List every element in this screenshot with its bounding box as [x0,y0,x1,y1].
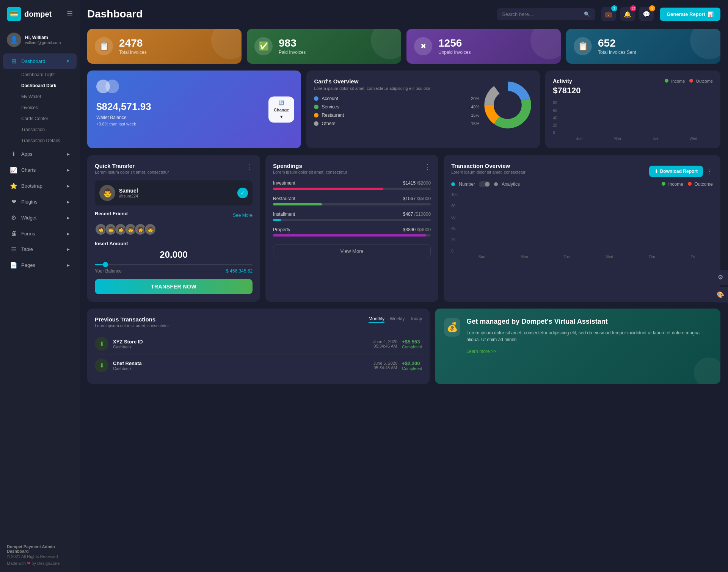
footer-made: Made with ❤ by DesignZone [7,561,73,566]
generate-report-button[interactable]: Generate Report 📊 [660,8,720,21]
slider-thumb[interactable] [103,262,108,267]
balance-row: Your Balance $ 456,345.62 [95,268,253,274]
widget-icon: ⚙ [10,214,17,221]
more-icon[interactable]: ⋮ [424,163,431,171]
slider-track[interactable] [95,264,253,265]
transfer-user-avatar: 👨 [99,185,115,201]
tab-monthly[interactable]: Monthly [369,316,384,323]
header-icons: 💼 2 🔔 12 💬 5 [601,7,654,21]
transaction-icon-2: ⬇ [95,359,108,372]
big-y-axis: 100 80 60 40 20 0 [451,193,458,253]
spendings-desc: Lorem ipsum dolor sit amet, consectetur [273,170,347,174]
submenu-invoices[interactable]: Invoices [14,102,77,113]
view-more-button[interactable]: View More [273,244,431,258]
investment-label: Investment [273,180,295,186]
generate-btn-label: Generate Report [667,11,705,17]
download-report-button[interactable]: ⬇ Download Report [649,166,703,177]
tab-weekly[interactable]: Weekly [390,316,405,323]
more-icon[interactable]: ⋮ [706,167,713,176]
investment-amounts: $1415 /$2000 [403,180,431,186]
trans-date-2: June 5, 2020 05:34:45 AM [373,361,397,370]
dashboard-submenu: Dashboard Light Dashboard Dark My Wallet… [0,69,80,146]
chevron-right-icon: ▶ [67,232,70,236]
search-icon[interactable]: 🔍 [584,11,590,17]
total-invoices-label: Total Invoices [119,50,147,55]
restaurant-progress [273,203,431,205]
plugins-icon: ❤ [10,198,17,205]
submenu-dashboard-dark[interactable]: Dashboard Dark [14,80,77,91]
chevron-right-icon: ▶ [67,184,70,188]
change-button[interactable]: 🔄 Change ▼ [268,96,294,122]
settings-floating-button[interactable]: ⚙ [713,270,728,285]
dashboard-icon: ⊞ [10,58,17,65]
chevron-down-icon: ▼ [279,114,284,119]
va-learn-more-link[interactable]: Learn more >> [466,349,496,354]
user-email: william@gmail.com [25,40,61,45]
charts-icon: 📈 [10,166,17,174]
message-button[interactable]: 💬 5 [639,7,654,21]
footer-brand: Dompet Payment Admin Dashboard [7,544,73,553]
tab-today[interactable]: Today [410,316,422,323]
outcome-dot [689,79,693,83]
number-dot [451,182,455,186]
notification-badge: 12 [630,5,636,11]
sidebar-item-pages[interactable]: 📄 Pages ▶ [3,257,77,273]
sidebar-item-bootstrap[interactable]: ⭐ Bootstrap ▶ [3,178,77,194]
sidebar-item-charts[interactable]: 📈 Charts ▶ [3,162,77,178]
analytics-dot [494,182,498,186]
va-icon: 💰 [444,318,460,337]
chevron-right-icon: ▶ [67,263,70,267]
overview-item-restaurant: Restaurant 15% [314,113,479,118]
big-bar-labels: Sun Mon Tue Wed Thu Fri [461,255,713,259]
submenu-dashboard-light[interactable]: Dashboard Light [14,69,77,80]
notification-button[interactable]: 🔔 12 [620,7,635,21]
user-info: Hi, William william@gmail.com [25,35,61,45]
income-dot [662,182,665,186]
trans-status-1: Completed [402,345,422,349]
activity-bar-chart [560,101,713,135]
income-legend: Income [665,79,685,83]
recent-friend-row: Recent Friend See More [95,211,253,219]
sidebar-item-apps[interactable]: ℹ Apps ▶ [3,146,77,162]
toggle-switch[interactable] [479,181,490,187]
briefcase-badge: 2 [611,5,617,11]
see-more-link[interactable]: See More [233,213,253,218]
submenu-my-wallet[interactable]: My Wallet [14,91,77,102]
sidebar-item-forms[interactable]: 🖨 Forms ▶ [3,226,77,241]
chevron-right-icon: ▶ [67,200,70,204]
card-overview-desc: Lorem ipsum dolor sit amet, consectetur … [314,86,479,91]
apps-icon: ℹ [10,150,17,158]
sidebar-item-dashboard[interactable]: ⊞ Dashboard ▼ [3,53,77,69]
paid-invoices-icon: ✅ [254,37,273,55]
user-section: 👤 Hi, William william@gmail.com [0,28,80,52]
transfer-now-button[interactable]: TRANSFER NOW [95,279,253,294]
submenu-transaction-details[interactable]: Transaction Details [14,135,77,146]
activity-card: Activity Income Outcome $78120 80 60 [545,71,720,148]
restaurant-label: Restaurant [322,113,468,118]
more-icon[interactable]: ⋮ [246,163,253,171]
transaction-item-2: ⬇ Chef Renata Cashback June 5, 2020 05:3… [95,355,422,376]
sidebar-item-label: Pages [21,262,63,268]
spending-restaurant: Restaurant $1567 /$5000 [273,196,431,205]
transaction-icon-1: ⬇ [95,337,108,351]
trans-name-1: XYZ Store ID [113,339,369,345]
sidebar-item-plugins[interactable]: ❤ Plugins ▶ [3,194,77,210]
virtual-assistant-card: 💰 Get managed by Dompet's Virtual Assist… [435,309,720,384]
briefcase-button[interactable]: 💼 2 [601,7,616,21]
submenu-transaction[interactable]: Transaction [14,124,77,135]
unpaid-invoices-label: Unpaid Invoices [438,50,471,55]
bootstrap-icon: ⭐ [10,182,17,190]
transfer-user-name: Samuel [119,188,138,194]
change-label: Change [274,107,289,112]
transfer-check-icon: ✓ [237,188,248,198]
sidebar-item-widget[interactable]: ⚙ Widget ▶ [3,210,77,226]
transactions-tabs: Monthly Weekly Today [369,316,422,323]
sidebar-item-table[interactable]: ☰ Table ▶ [3,241,77,257]
sidebar-item-label: Bootstrap [21,183,63,189]
hamburger-icon[interactable]: ☰ [67,10,73,18]
quick-transfer-title: Quick Transfer [95,163,169,169]
submenu-cards-center[interactable]: Cards Center [14,113,77,124]
theme-floating-button[interactable]: 🎨 [713,287,728,302]
unpaid-invoices-number: 1256 [438,38,471,49]
search-input[interactable] [502,11,581,17]
